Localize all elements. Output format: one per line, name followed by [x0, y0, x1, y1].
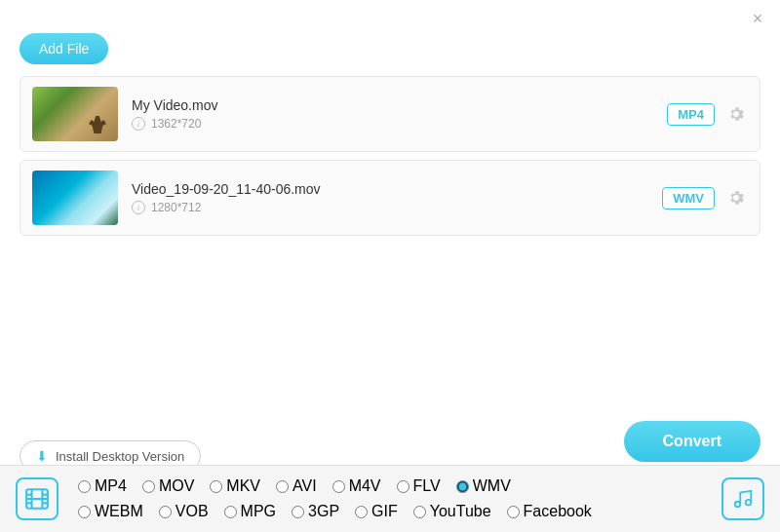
- format-radio-m4v[interactable]: [332, 480, 345, 493]
- format-radio-youtube[interactable]: [413, 506, 426, 518]
- format-option-flv[interactable]: FLV: [389, 475, 448, 497]
- format-option-mpg[interactable]: MPG: [216, 501, 284, 522]
- format-label-youtube: YouTube: [430, 503, 491, 520]
- format-radio-webm[interactable]: [78, 506, 91, 518]
- format-label-gif: GIF: [371, 503, 398, 520]
- format-radio-avi[interactable]: [276, 480, 289, 493]
- format-label-mov: MOV: [159, 477, 194, 495]
- file-resolution: 1280*712: [151, 201, 201, 214]
- format-badge-wmv[interactable]: WMV: [662, 187, 715, 209]
- format-label-facebook: Facebook: [524, 503, 592, 520]
- format-bar: MP4 MOV MKV AVI M4V FLV: [0, 465, 780, 532]
- format-radio-mkv[interactable]: [210, 480, 222, 493]
- file-actions: MP4: [667, 102, 748, 126]
- title-bar: ×: [0, 0, 780, 33]
- file-item: Video_19-09-20_11-40-06.mov i 1280*712 W…: [20, 160, 760, 236]
- close-button[interactable]: ×: [749, 10, 766, 27]
- info-icon: i: [132, 117, 145, 131]
- format-label-mpg: MPG: [241, 503, 276, 520]
- convert-button[interactable]: Convert: [624, 421, 760, 462]
- file-info: My Video.mov i 1362*720: [132, 97, 653, 131]
- format-badge-mp4[interactable]: MP4: [667, 103, 715, 126]
- format-radio-wmv[interactable]: [456, 480, 469, 493]
- format-label-mkv: MKV: [226, 477, 260, 495]
- format-radio-gif[interactable]: [355, 506, 368, 518]
- thumbnail-image: [32, 171, 118, 225]
- audio-format-button[interactable]: [722, 477, 764, 520]
- settings-button[interactable]: [724, 186, 748, 209]
- format-option-avi[interactable]: AVI: [268, 475, 325, 497]
- file-meta: i 1362*720: [132, 117, 653, 131]
- format-option-wmv[interactable]: WMV: [448, 475, 519, 497]
- toolbar: Add File: [0, 33, 780, 76]
- format-radio-mp4[interactable]: [78, 480, 91, 493]
- format-option-3gp[interactable]: 3GP: [284, 501, 347, 522]
- settings-button[interactable]: [724, 102, 748, 126]
- file-info: Video_19-09-20_11-40-06.mov i 1280*712: [132, 181, 648, 214]
- format-label-3gp: 3GP: [308, 503, 339, 520]
- file-name: Video_19-09-20_11-40-06.mov: [132, 181, 648, 197]
- format-radio-flv[interactable]: [397, 480, 410, 493]
- format-option-webm[interactable]: WEBM: [70, 501, 151, 522]
- format-label-wmv: WMV: [473, 477, 511, 495]
- format-option-facebook[interactable]: Facebook: [499, 501, 600, 522]
- format-option-m4v[interactable]: M4V: [325, 475, 389, 497]
- file-meta: i 1280*712: [132, 201, 648, 214]
- format-option-mp4[interactable]: MP4: [70, 475, 135, 497]
- format-radio-3gp[interactable]: [292, 506, 304, 518]
- file-item: My Video.mov i 1362*720 MP4: [20, 76, 760, 152]
- format-radio-mpg[interactable]: [224, 506, 237, 518]
- download-icon: ⬇: [36, 448, 48, 464]
- format-option-mkv[interactable]: MKV: [202, 475, 268, 497]
- file-actions: WMV: [662, 186, 748, 209]
- format-label-avi: AVI: [292, 477, 317, 495]
- format-label-m4v: M4V: [349, 477, 381, 495]
- thumbnail-image: [32, 87, 118, 141]
- format-option-gif[interactable]: GIF: [347, 501, 406, 522]
- info-icon: i: [132, 201, 145, 214]
- format-radio-mov[interactable]: [142, 480, 155, 493]
- format-radio-vob[interactable]: [159, 506, 172, 518]
- format-option-mov[interactable]: MOV: [135, 475, 202, 497]
- format-radio-facebook[interactable]: [507, 506, 520, 518]
- svg-point-8: [735, 502, 741, 508]
- format-option-youtube[interactable]: YouTube: [406, 501, 499, 522]
- format-label-webm: WEBM: [95, 503, 143, 520]
- svg-point-9: [746, 500, 752, 506]
- file-thumbnail: [32, 87, 118, 141]
- file-resolution: 1362*720: [151, 117, 201, 131]
- add-file-button[interactable]: Add File: [20, 33, 108, 64]
- format-option-vob[interactable]: VOB: [151, 501, 216, 522]
- format-label-mp4: MP4: [95, 477, 127, 495]
- video-format-button[interactable]: [16, 477, 58, 520]
- file-list: My Video.mov i 1362*720 MP4 Video_19-09-…: [0, 76, 780, 244]
- format-label-vob: VOB: [176, 503, 209, 520]
- file-name: My Video.mov: [132, 97, 653, 113]
- format-label-flv: FLV: [413, 477, 441, 495]
- file-thumbnail: [32, 171, 118, 225]
- install-label: Install Desktop Version: [56, 449, 184, 464]
